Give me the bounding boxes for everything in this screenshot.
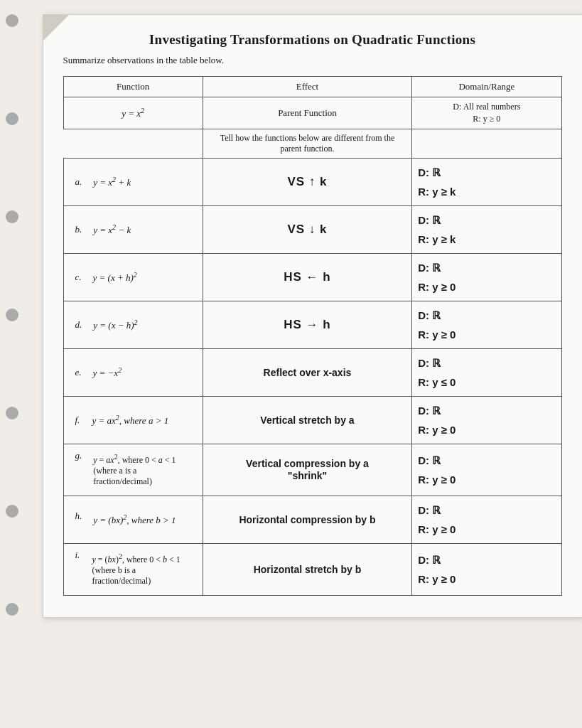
domain-h: D: ℝ R: y ≥ 0 bbox=[412, 496, 561, 544]
func-a: y = x2 + k bbox=[87, 171, 197, 193]
header-function: Function bbox=[63, 77, 203, 97]
parent-domain: D: All real numbers bbox=[418, 102, 555, 112]
domain-e: D: ℝ R: y ≤ 0 bbox=[412, 349, 561, 397]
row-c: c. y = (x + h)2 HS ← h D: ℝ R: y ≥ 0 bbox=[63, 254, 561, 301]
domain-c: D: ℝ R: y ≥ 0 bbox=[412, 254, 561, 301]
parent-function-row: y = x2 Parent Function D: All real numbe… bbox=[63, 97, 561, 129]
row-i: i. y = (bx)2, where 0 < b < 1 (where b i… bbox=[63, 544, 561, 596]
effect-a: VS ↑ k bbox=[203, 159, 411, 206]
effect-i: Horizontal stretch by b bbox=[203, 544, 411, 596]
header-domain-range: Domain/Range bbox=[412, 77, 561, 97]
label-h: h. bbox=[70, 509, 88, 530]
effect-c: HS ← h bbox=[203, 254, 411, 301]
page-container: Investigating Transformations on Quadrat… bbox=[43, 14, 583, 618]
spiral-binding bbox=[6, 14, 18, 701]
domain-f: D: ℝ R: y ≥ 0 bbox=[412, 397, 561, 444]
domain-a: D: ℝ R: y ≥ k bbox=[412, 159, 561, 206]
transformations-table: Function Effect Domain/Range y = x2 Pare… bbox=[63, 76, 562, 596]
row-f-function: f. y = ax2, where a > 1 bbox=[63, 397, 203, 444]
page-corner-fold bbox=[43, 14, 71, 43]
label-d: d. bbox=[70, 314, 88, 336]
tell-text: Tell how the functions below are differe… bbox=[203, 129, 411, 159]
label-i: i. bbox=[70, 548, 87, 591]
row-d: d. y = (x − h)2 HS → h D: ℝ R: y ≥ 0 bbox=[63, 301, 561, 349]
domain-i: D: ℝ R: y ≥ 0 bbox=[412, 544, 561, 596]
func-f: y = ax2, where a > 1 bbox=[87, 410, 197, 431]
tell-blank-left bbox=[63, 129, 203, 159]
effect-d: HS → h bbox=[203, 301, 411, 349]
row-a: a. y = x2 + k VS ↑ k D: ℝ R: y ≥ k bbox=[63, 159, 561, 206]
label-f: f. bbox=[70, 410, 87, 431]
effect-f: Vertical stretch by a bbox=[203, 397, 411, 444]
subtitle: Summarize observations in the table belo… bbox=[63, 55, 562, 66]
row-b: b. y = x2 − k VS ↓ k D: ℝ R: y ≥ k bbox=[63, 206, 561, 254]
row-b-function: b. y = x2 − k bbox=[63, 206, 203, 254]
parent-domain-range: D: All real numbers R: y ≥ 0 bbox=[412, 97, 561, 129]
row-f: f. y = ax2, where a > 1 Vertical stretch… bbox=[63, 397, 561, 444]
row-e: e. y = −x2 Reflect over x-axis D: ℝ R: y… bbox=[63, 349, 561, 397]
func-b: y = x2 − k bbox=[87, 219, 197, 240]
label-c: c. bbox=[70, 267, 87, 288]
func-d: y = (x − h)2 bbox=[87, 314, 197, 336]
row-i-function: i. y = (bx)2, where 0 < b < 1 (where b i… bbox=[63, 544, 203, 596]
effect-g: Vertical compression by a "shrink" bbox=[203, 444, 411, 496]
label-g: g. bbox=[70, 449, 88, 491]
effect-b: VS ↓ k bbox=[203, 206, 411, 254]
row-e-function: e. y = −x2 bbox=[63, 349, 203, 397]
parent-function-expr: y = x2 bbox=[63, 97, 203, 129]
domain-d: D: ℝ R: y ≥ 0 bbox=[412, 301, 561, 349]
parent-function-label: Parent Function bbox=[203, 97, 411, 129]
row-g: g. y = ax2, where 0 < a < 1 (where a is … bbox=[63, 444, 561, 496]
row-c-function: c. y = (x + h)2 bbox=[63, 254, 203, 301]
label-b: b. bbox=[70, 219, 88, 240]
domain-g: D: ℝ R: y ≥ 0 bbox=[412, 444, 561, 496]
row-a-function: a. y = x2 + k bbox=[63, 159, 203, 206]
tell-blank-right bbox=[412, 129, 561, 159]
label-a: a. bbox=[70, 171, 88, 193]
domain-b: D: ℝ R: y ≥ k bbox=[412, 206, 561, 254]
func-e: y = −x2 bbox=[87, 362, 197, 383]
row-h: h. y = (bx)2, where b > 1 Horizontal com… bbox=[63, 496, 561, 544]
func-i: y = (bx)2, where 0 < b < 1 (where b is a… bbox=[87, 548, 197, 591]
effect-e: Reflect over x-axis bbox=[203, 349, 411, 397]
row-h-function: h. y = (bx)2, where b > 1 bbox=[63, 496, 203, 544]
effect-h: Horizontal compression by b bbox=[203, 496, 411, 544]
parent-range: R: y ≥ 0 bbox=[418, 114, 555, 124]
tell-row: Tell how the functions below are differe… bbox=[63, 129, 561, 159]
func-h: y = (bx)2, where b > 1 bbox=[87, 509, 197, 530]
func-g: y = ax2, where 0 < a < 1 (where a is a f… bbox=[87, 449, 197, 491]
page-title: Investigating Transformations on Quadrat… bbox=[63, 32, 562, 48]
header-effect: Effect bbox=[203, 77, 411, 97]
row-d-function: d. y = (x − h)2 bbox=[63, 301, 203, 349]
row-g-function: g. y = ax2, where 0 < a < 1 (where a is … bbox=[63, 444, 203, 496]
func-c: y = (x + h)2 bbox=[87, 267, 197, 288]
label-e: e. bbox=[70, 362, 87, 383]
